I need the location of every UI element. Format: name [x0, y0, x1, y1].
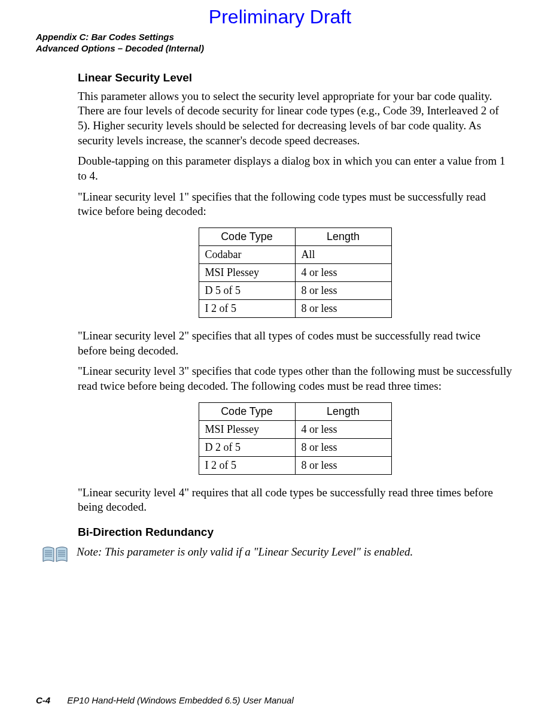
table-cell: Codabar [199, 246, 295, 264]
table-cell: 8 or less [295, 438, 391, 456]
table-cell: MSI Plessey [199, 264, 295, 282]
table-cell: I 2 of 5 [199, 456, 295, 474]
table-row: I 2 of 5 8 or less [199, 456, 391, 474]
preliminary-draft-banner: Preliminary Draft [36, 6, 524, 28]
paragraph: "Linear security level 1" specifies that… [78, 190, 512, 219]
paragraph: "Linear security level 4" requires that … [78, 486, 512, 515]
table-cell: All [295, 246, 391, 264]
table-row: Codabar All [199, 246, 391, 264]
note-block: Note: This parameter is only valid if a … [42, 545, 512, 566]
table-header: Code Type [199, 402, 295, 420]
table-cell: 8 or less [295, 300, 391, 318]
header-line-1: Appendix C: Bar Codes Settings [36, 32, 524, 43]
table-cell: 8 or less [295, 456, 391, 474]
paragraph: "Linear security level 2" specifies that… [78, 329, 512, 358]
note-text: Note: This parameter is only valid if a … [77, 545, 413, 560]
table-security-level-1: Code Type Length Codabar All MSI Plessey… [199, 228, 392, 318]
table-row: D 5 of 5 8 or less [199, 282, 391, 300]
table-header: Length [295, 402, 391, 420]
header-line-2: Advanced Options – Decoded (Internal) [36, 43, 524, 54]
table-cell: I 2 of 5 [199, 300, 295, 318]
footer-doc-title: EP10 Hand-Held (Windows Embedded 6.5) Us… [67, 695, 293, 705]
table-cell: 4 or less [295, 264, 391, 282]
section-title-bi-direction: Bi-Direction Redundancy [78, 526, 512, 539]
table-row: D 2 of 5 8 or less [199, 438, 391, 456]
book-icon [42, 546, 68, 566]
section-title-linear-security: Linear Security Level [78, 71, 512, 84]
table-cell: 8 or less [295, 282, 391, 300]
table-cell: 4 or less [295, 420, 391, 438]
running-header: Appendix C: Bar Codes Settings Advanced … [36, 32, 524, 54]
table-header: Length [295, 228, 391, 246]
table-row: MSI Plessey 4 or less [199, 420, 391, 438]
table-row: I 2 of 5 8 or less [199, 300, 391, 318]
table-security-level-3: Code Type Length MSI Plessey 4 or less D… [199, 402, 392, 475]
table-cell: D 5 of 5 [199, 282, 295, 300]
paragraph: Double-tapping on this parameter display… [78, 154, 512, 183]
table-header: Code Type [199, 228, 295, 246]
paragraph: This parameter allows you to select the … [78, 89, 512, 148]
page-number: C-4 [36, 695, 50, 705]
table-cell: MSI Plessey [199, 420, 295, 438]
page-footer: C-4 EP10 Hand-Held (Windows Embedded 6.5… [36, 695, 294, 705]
page: Preliminary Draft Appendix C: Bar Codes … [0, 0, 560, 728]
content-area: Linear Security Level This parameter all… [78, 71, 512, 567]
paragraph: "Linear security level 3" specifies that… [78, 364, 512, 393]
table-cell: D 2 of 5 [199, 438, 295, 456]
table-row: MSI Plessey 4 or less [199, 264, 391, 282]
